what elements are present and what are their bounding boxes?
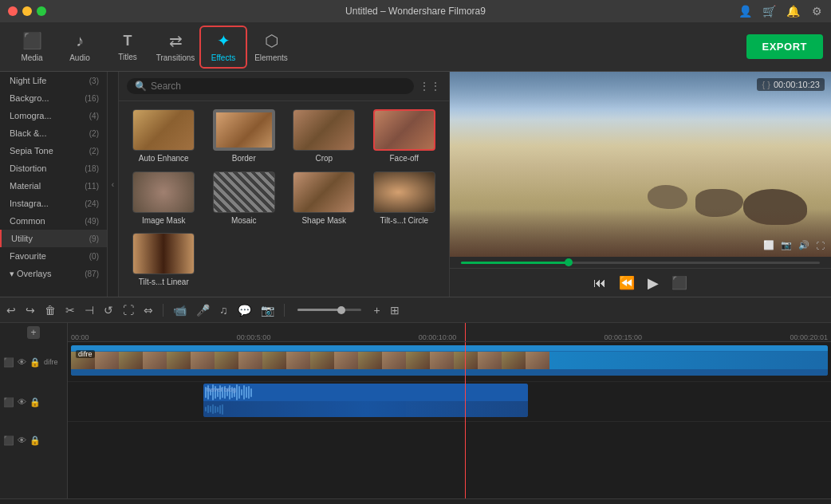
toolbar-media-label: Media bbox=[21, 53, 42, 62]
video-clip[interactable]: difre bbox=[71, 345, 828, 376]
zoom-slider[interactable] bbox=[297, 309, 361, 311]
effect-face-off[interactable]: Face-off bbox=[366, 108, 443, 167]
zoom-knob[interactable] bbox=[337, 306, 345, 314]
user-icon[interactable]: 👤 bbox=[738, 5, 751, 18]
waveform-bars-2 bbox=[203, 401, 528, 417]
fullscreen-button[interactable] bbox=[37, 6, 46, 16]
fullscreen-icon[interactable]: ⛶ bbox=[816, 241, 825, 250]
preview-progress-knob[interactable] bbox=[565, 258, 573, 266]
add-track-button[interactable]: + bbox=[27, 326, 40, 339]
cut-button[interactable]: ✂ bbox=[65, 304, 75, 317]
track-visibility-button[interactable]: 👁 bbox=[18, 357, 26, 367]
sidebar-item-common[interactable]: Common (49) bbox=[0, 212, 107, 230]
frame-thumb bbox=[334, 352, 358, 369]
track-expand-button[interactable]: ⬛ bbox=[3, 357, 14, 368]
empty-track-expand-button[interactable]: ⬛ bbox=[3, 435, 14, 446]
effect-tilt-linear[interactable]: Tilt-s...t Linear bbox=[125, 231, 203, 290]
sidebar-item-background[interactable]: Backgro... (16) bbox=[0, 89, 107, 107]
effect-label-crop: Crop bbox=[315, 154, 333, 163]
preview-progress-fill bbox=[461, 262, 569, 264]
toolbar-media[interactable]: ⬛ Media bbox=[8, 26, 56, 69]
zoom-plus-button[interactable]: + bbox=[374, 304, 380, 317]
undo-button[interactable]: ↩ bbox=[6, 304, 16, 317]
waveform-bar bbox=[238, 386, 240, 398]
frame-thumb bbox=[478, 352, 502, 369]
mic-icon[interactable]: 🎤 bbox=[196, 304, 210, 317]
frame-thumb bbox=[358, 352, 382, 369]
subtitle-icon[interactable]: 💬 bbox=[238, 304, 251, 317]
toolbar-elements-label: Elements bbox=[254, 53, 288, 62]
search-input[interactable] bbox=[151, 81, 406, 92]
effect-tilt-circle[interactable]: Tilt-s...t Circle bbox=[366, 170, 443, 229]
toolbar-transitions[interactable]: ⇄ Transitions bbox=[152, 26, 199, 69]
ruler-mark-4: 00:00:20:01 bbox=[790, 333, 828, 341]
toolbar-effects[interactable]: ✦ Effects bbox=[199, 26, 247, 69]
sidebar-item-overlays[interactable]: ▾ Overlays (87) bbox=[0, 265, 107, 283]
empty-track-visibility-button[interactable]: 👁 bbox=[18, 435, 26, 445]
effect-border[interactable]: Border bbox=[206, 108, 283, 167]
sidebar-item-lomography[interactable]: Lomogra... (4) bbox=[0, 107, 107, 124]
fit-button[interactable]: ⊞ bbox=[390, 304, 400, 317]
sidebar-collapse-button[interactable]: ‹ bbox=[108, 72, 119, 297]
toolbar-titles[interactable]: T Titles bbox=[104, 26, 152, 69]
effect-thumb-mosaic bbox=[213, 171, 275, 213]
snapshot-btn[interactable]: 📷 bbox=[261, 304, 274, 317]
effect-mosaic[interactable]: Mosaic bbox=[206, 170, 283, 229]
video-icon[interactable]: 📹 bbox=[173, 304, 187, 317]
sidebar-item-night-life[interactable]: Night Life (3) bbox=[0, 72, 107, 89]
waveform-bar bbox=[210, 406, 211, 412]
effect-thumb-image-mask bbox=[132, 171, 195, 213]
cart-icon[interactable]: 🛒 bbox=[762, 5, 775, 18]
snapshot-icon[interactable]: 📷 bbox=[781, 240, 792, 250]
toolbar-audio[interactable]: ♪ Audio bbox=[56, 26, 104, 69]
sidebar-item-instagram[interactable]: Instagra... (24) bbox=[0, 195, 107, 212]
frame-thumb bbox=[238, 352, 262, 369]
frame-thumb bbox=[215, 352, 238, 369]
step-back-button[interactable]: ⏪ bbox=[619, 275, 635, 290]
effects-icon: ✦ bbox=[217, 31, 230, 50]
effect-shape-mask[interactable]: Shape Mask bbox=[286, 170, 363, 229]
effect-label-face-off: Face-off bbox=[390, 154, 419, 163]
effect-thumb-face-off bbox=[373, 109, 435, 151]
waveform-bar bbox=[236, 384, 238, 400]
sidebar-item-distortion[interactable]: Distortion (18) bbox=[0, 159, 107, 177]
transform-button[interactable]: ⇔ bbox=[144, 304, 153, 317]
audio-clip[interactable]: travel blog bbox=[203, 384, 528, 417]
rotate-button[interactable]: ↺ bbox=[104, 304, 113, 317]
bell-icon[interactable]: 🔔 bbox=[786, 5, 799, 18]
track-lock-button[interactable]: 🔒 bbox=[30, 357, 41, 368]
audio-track-icon[interactable]: ♫ bbox=[219, 304, 228, 317]
sidebar-item-favourite[interactable]: Favourite (0) bbox=[0, 247, 107, 265]
preview-timecode: 00:00:10:23 bbox=[774, 80, 820, 89]
effect-thumb-tilt-circle bbox=[373, 171, 435, 213]
sidebar-item-sepia[interactable]: Sepia Tone (2) bbox=[0, 142, 107, 159]
frame-thumb bbox=[526, 352, 549, 369]
grid-view-icon[interactable]: ⋮⋮ bbox=[419, 80, 441, 93]
close-button[interactable] bbox=[8, 6, 18, 16]
settings-icon[interactable]: ⚙ bbox=[810, 5, 823, 18]
sidebar-item-black[interactable]: Black &... (2) bbox=[0, 124, 107, 142]
toolbar-elements[interactable]: ⬡ Elements bbox=[247, 26, 295, 69]
pip-icon[interactable]: ⬜ bbox=[763, 240, 774, 250]
empty-track-lock-button[interactable]: 🔒 bbox=[30, 435, 41, 446]
play-button[interactable]: ▶ bbox=[648, 274, 659, 292]
effect-image-mask[interactable]: Image Mask bbox=[125, 170, 203, 229]
delete-button[interactable]: 🗑 bbox=[45, 304, 56, 317]
track-audio-visibility-button[interactable]: 👁 bbox=[18, 397, 26, 407]
track-audio-lock-button[interactable]: 🔒 bbox=[30, 397, 41, 408]
waveform-bar bbox=[207, 405, 209, 413]
minimize-button[interactable] bbox=[22, 6, 32, 16]
effect-auto-enhance[interactable]: Auto Enhance bbox=[125, 108, 203, 167]
skip-back-button[interactable]: ⏮ bbox=[593, 276, 606, 290]
crop-button[interactable]: ⛶ bbox=[123, 304, 134, 317]
split-button[interactable]: ⊣ bbox=[85, 304, 94, 317]
export-button[interactable]: EXPORT bbox=[746, 34, 823, 59]
track-expand-audio-button[interactable]: ⬛ bbox=[3, 397, 14, 408]
sidebar-item-utility[interactable]: Utility (9) bbox=[0, 230, 107, 247]
sidebar-item-material[interactable]: Material (11) bbox=[0, 177, 107, 195]
stop-button[interactable]: ⬛ bbox=[671, 275, 687, 290]
redo-button[interactable]: ↪ bbox=[26, 304, 35, 317]
preview-progress-bar[interactable] bbox=[461, 262, 820, 264]
effect-crop[interactable]: Crop bbox=[286, 108, 363, 167]
volume-icon[interactable]: 🔊 bbox=[798, 240, 809, 250]
